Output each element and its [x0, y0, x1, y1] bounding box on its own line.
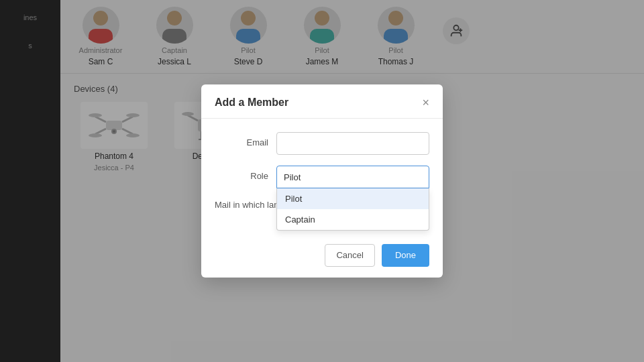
- cancel-button[interactable]: Cancel: [325, 244, 374, 267]
- modal-body: Email Role Pilot Pilot Captain Ma: [201, 119, 443, 235]
- email-label: Email: [215, 132, 268, 147]
- role-form-row: Role Pilot Pilot Captain: [215, 166, 429, 188]
- modal-close-button[interactable]: ×: [422, 97, 429, 109]
- role-select-wrapper: Pilot Pilot Captain: [276, 166, 429, 188]
- modal-title: Add a Member: [215, 97, 288, 109]
- modal-footer: Cancel Done: [201, 236, 443, 278]
- modal-header: Add a Member ×: [201, 84, 443, 119]
- role-option-captain[interactable]: Captain: [277, 209, 429, 230]
- done-button[interactable]: Done: [382, 244, 429, 267]
- email-input[interactable]: [276, 132, 429, 155]
- role-selected-value: Pilot: [284, 172, 301, 182]
- email-form-row: Email: [215, 132, 429, 155]
- modal-overlay: Add a Member × Email Role Pilot Pilot Ca…: [0, 0, 644, 362]
- role-label: Role: [215, 166, 268, 181]
- add-member-modal: Add a Member × Email Role Pilot Pilot Ca…: [201, 84, 443, 277]
- role-select-input[interactable]: Pilot: [276, 166, 429, 188]
- role-dropdown: Pilot Captain: [276, 188, 429, 231]
- role-option-pilot[interactable]: Pilot: [277, 188, 429, 209]
